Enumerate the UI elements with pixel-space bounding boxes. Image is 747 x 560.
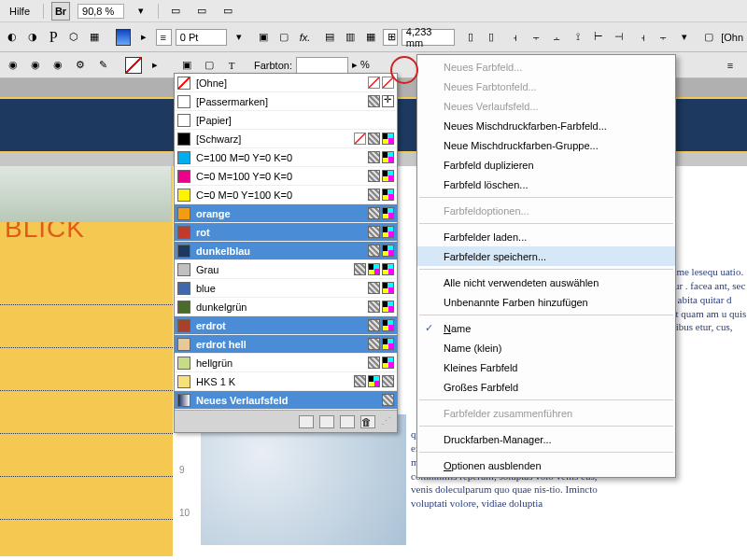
swatch-row[interactable]: rot (175, 223, 397, 242)
type-icon[interactable]: T (222, 56, 241, 75)
align-left-icon[interactable]: ⫞ (507, 28, 524, 47)
tool-icon[interactable]: ◑ (24, 28, 41, 47)
tool-icon[interactable]: ◉ (49, 56, 67, 75)
swatch-chip (177, 189, 190, 202)
trash-icon[interactable]: 🗑 (360, 415, 375, 428)
tool-icon[interactable]: ▦ (86, 28, 103, 47)
menu-item[interactable]: Farbfeld löschen... (417, 175, 675, 194)
swatch-row[interactable]: erdrot hell (175, 335, 397, 354)
cmyk-icon (382, 319, 394, 331)
baseline-icon[interactable]: ▦ (362, 28, 379, 47)
menu-item[interactable]: ✓Name (417, 318, 675, 338)
align-right-icon[interactable]: ⫠ (548, 28, 565, 47)
menu-item[interactable]: Neues Mischdruckfarben-Farbfeld... (417, 116, 675, 135)
swatch-row[interactable]: dunkelgrün (175, 298, 397, 316)
swatch-chip (177, 263, 190, 276)
toolbar-icon[interactable]: ▯ (462, 28, 479, 47)
fill-icon[interactable] (116, 29, 131, 46)
swatch-row[interactable]: blue (175, 279, 397, 298)
panel-menu-icon[interactable]: ≡ (721, 56, 740, 75)
tint-field[interactable] (296, 57, 348, 74)
toolbar-icon[interactable]: ▣ (255, 28, 272, 47)
tool-icon[interactable]: ◉ (26, 56, 45, 75)
swatch-row[interactable]: erdrot (175, 316, 397, 335)
align-icon[interactable]: ▥ (342, 28, 359, 47)
stroke-toggle-icon[interactable]: ▸ (134, 28, 151, 47)
toolbar-icon[interactable]: ▢ (700, 28, 717, 47)
menu-item-label: Name (klein) (444, 343, 501, 354)
menu-separator (419, 223, 673, 224)
mm-field[interactable]: 4,233 mm (402, 29, 455, 46)
screen-mode-icon[interactable]: ▭ (166, 2, 185, 21)
menu-item[interactable]: Unbenannte Farben hinzufügen (417, 292, 675, 312)
dropdown-icon[interactable]: ▾ (231, 28, 247, 47)
toolbar-icon[interactable]: ▢ (200, 56, 218, 75)
new-swatch-icon[interactable] (299, 415, 314, 428)
menu-item[interactable]: Neue Mischdruckfarben-Gruppe... (417, 135, 675, 155)
swatch-type-icons (368, 189, 394, 201)
menu-item-label: Unbenannte Farben hinzufügen (444, 297, 588, 308)
fx-icon[interactable]: fx. (296, 28, 313, 47)
swatch-row[interactable]: [Papier] (175, 111, 397, 130)
character-icon[interactable]: P (45, 28, 62, 47)
menu-item[interactable]: Farbfeld duplizieren (417, 155, 675, 175)
menu-item[interactable]: Farbfelder speichern... (417, 246, 675, 266)
new-swatch-icon[interactable] (340, 415, 355, 428)
toolbar-icon[interactable]: ▢ (275, 28, 292, 47)
menu-item: Neues Verlaufsfeld... (417, 96, 675, 116)
cmyk-icon (382, 151, 394, 163)
swatch-row[interactable]: C=0 M=100 Y=0 K=0 (175, 167, 397, 186)
grid-icon (368, 338, 380, 350)
menu-item-label: Farbfelder zusammenführen (444, 408, 572, 419)
menu-item-label: Großes Farbfeld (444, 382, 518, 393)
align-center-icon[interactable]: ⫟ (528, 28, 544, 47)
swatches-flyout-menu: Neues Farbfeld...Neues Farbtonfeld...Neu… (416, 54, 676, 478)
swatch-row[interactable]: Grau (175, 260, 397, 279)
grid-icon (368, 282, 380, 294)
toolbar-icon[interactable]: ▯ (483, 28, 500, 47)
zoom-field[interactable]: 90,8 % (78, 4, 124, 19)
distribute-icon[interactable]: ⫞ (635, 28, 652, 47)
cmyk-icon (382, 133, 394, 145)
swatch-row[interactable]: dunkelblau (175, 242, 397, 260)
field-icon[interactable]: ⊞ (383, 29, 398, 46)
swatch-row[interactable]: C=0 M=0 Y=100 K=0 (175, 186, 397, 204)
align-icon[interactable]: ▤ (321, 28, 338, 47)
none-fill-icon[interactable] (125, 57, 142, 74)
menu-item[interactable]: Druckfarben-Manager... (417, 429, 675, 449)
align-top-icon[interactable]: ⟟ (569, 28, 585, 47)
new-swatch-icon[interactable] (319, 415, 334, 428)
swatch-row[interactable]: [Ohne] (175, 74, 397, 92)
dropdown-icon[interactable]: ▾ (132, 2, 150, 21)
menu-item[interactable]: Alle nicht verwendeten auswählen (417, 273, 675, 292)
menu-item[interactable]: Großes Farbfeld (417, 377, 675, 397)
tool-icon[interactable]: ◉ (4, 56, 22, 75)
toolbar-icon[interactable]: ▣ (177, 56, 196, 75)
swatch-row[interactable]: hellgrün (175, 354, 397, 372)
stroke-weight-field[interactable]: 0 Pt (176, 29, 227, 46)
swatch-row[interactable]: HKS 1 K (175, 372, 397, 391)
swatch-row[interactable]: [Schwarz] (175, 130, 397, 148)
distribute-icon[interactable]: ⫟ (655, 28, 672, 47)
swatch-row[interactable]: orange (175, 204, 397, 223)
arrange-icon[interactable]: ▭ (192, 2, 211, 21)
menu-item[interactable]: Name (klein) (417, 338, 675, 357)
menu-item[interactable]: Farbfelder laden... (417, 227, 675, 246)
tool-icon[interactable]: ⚙ (71, 56, 90, 75)
menu-hilfe[interactable]: Hilfe (4, 4, 35, 19)
menu-item[interactable]: Kleines Farbfeld (417, 357, 675, 377)
arrange2-icon[interactable]: ▭ (218, 2, 237, 21)
swatch-row[interactable]: [Passermarken] (175, 92, 397, 111)
tool-icon[interactable]: ✎ (93, 56, 112, 75)
dropdown-icon[interactable]: ▾ (676, 28, 693, 47)
swatch-row[interactable]: Neues Verlaufsfeld (175, 391, 397, 410)
resize-grip-icon[interactable]: ⋰ (381, 415, 391, 427)
align-bottom-icon[interactable]: ⊣ (611, 28, 627, 47)
bridge-icon[interactable]: Br (51, 2, 70, 21)
menu-item[interactable]: Optionen ausblenden (417, 455, 675, 475)
tool-icon[interactable]: ⬡ (65, 28, 82, 47)
align-middle-icon[interactable]: ⊢ (590, 28, 607, 47)
swatch-row[interactable]: C=100 M=0 Y=0 K=0 (175, 148, 397, 167)
tool-icon[interactable]: ◐ (4, 28, 21, 47)
toggle-icon[interactable]: ▸ (146, 56, 164, 75)
